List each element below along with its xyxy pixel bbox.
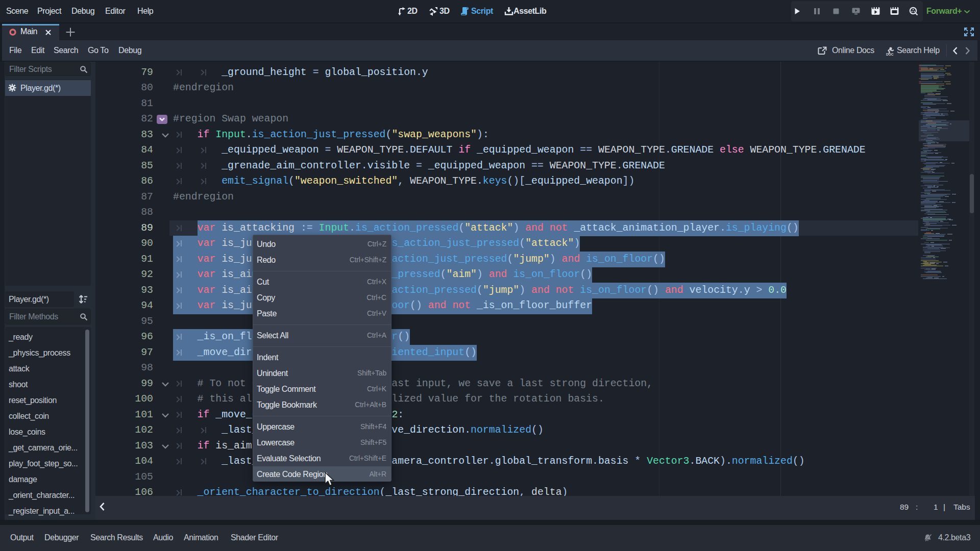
svg-text:DOC: DOC: [886, 53, 894, 56]
